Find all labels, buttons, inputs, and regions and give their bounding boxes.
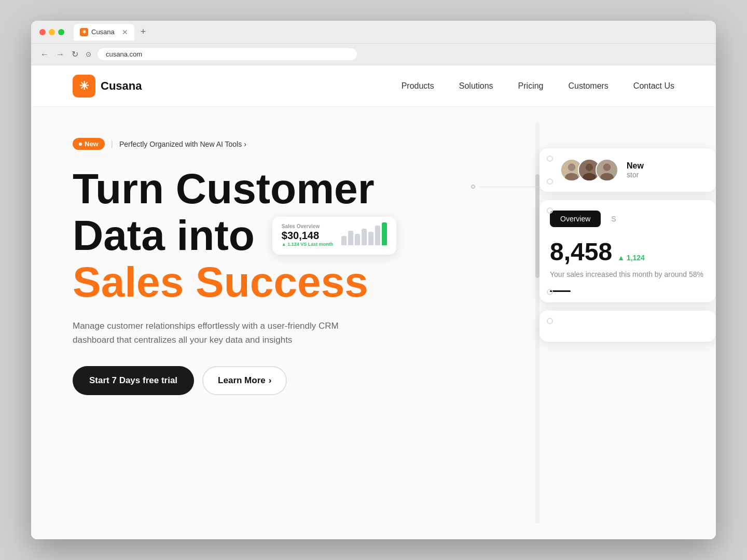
nav-pricing[interactable]: Pricing xyxy=(518,81,544,91)
nav-links: Products Solutions Pricing Customers Con… xyxy=(402,81,674,91)
tab-title: Cusana xyxy=(91,28,115,36)
back-button[interactable]: ← xyxy=(39,49,50,60)
scrollbar-track[interactable] xyxy=(535,122,540,524)
tab-secondary[interactable]: S xyxy=(601,211,626,227)
tab-overview[interactable]: Overview xyxy=(550,211,601,227)
cta-buttons: Start 7 Days free trial Learn More › xyxy=(73,366,674,395)
avatar-card: New stor xyxy=(540,148,716,192)
browser-titlebar: ✳ Cusana ✕ + xyxy=(31,21,716,44)
forward-button[interactable]: → xyxy=(55,49,65,60)
url-field[interactable]: cusana.com xyxy=(98,48,357,60)
security-icon: ⊙ xyxy=(85,49,92,59)
nav-contact[interactable]: Contact Us xyxy=(633,81,674,91)
badge-text[interactable]: Perfectly Organized with New AI Tools › xyxy=(119,140,246,148)
overview-divider xyxy=(550,290,571,292)
reload-button[interactable]: ↻ xyxy=(71,48,79,60)
nav-customers[interactable]: Customers xyxy=(569,81,608,91)
nav-products[interactable]: Products xyxy=(402,81,434,91)
badge-label: New xyxy=(85,140,99,148)
navbar: ✳ Cusana Products Solutions Pricing Cust… xyxy=(31,65,716,107)
fullscreen-button[interactable] xyxy=(58,29,64,35)
sales-value: $30,148 xyxy=(282,230,333,241)
hero-section: New | Perfectly Organized with New AI To… xyxy=(31,107,716,539)
bottom-card xyxy=(540,311,716,342)
overview-description: Your sales increased this month by aroun… xyxy=(550,269,706,280)
traffic-lights xyxy=(39,29,64,35)
avatar-card-subtext: stor xyxy=(627,171,706,179)
learn-more-button[interactable]: Learn More › xyxy=(202,366,287,395)
tab-close-icon[interactable]: ✕ xyxy=(122,28,128,36)
overview-change: ▲ 1,124 xyxy=(617,254,645,262)
browser-tab[interactable]: ✳ Cusana ✕ xyxy=(74,24,134,40)
hero-title-line2: Data into xyxy=(73,213,255,258)
sales-chart xyxy=(341,226,387,245)
overview-card: Overview S 8,458 ▲ 1,124 Your sales incr… xyxy=(540,200,716,302)
scrollbar-thumb[interactable] xyxy=(535,174,540,278)
avatars-group xyxy=(560,159,618,181)
logo[interactable]: ✳ Cusana xyxy=(73,75,142,97)
svg-point-4 xyxy=(586,163,593,171)
sales-overview-card: Sales Overview $30,148 ▲ 1.124 VS Last m… xyxy=(272,217,396,255)
svg-point-7 xyxy=(603,163,611,171)
overview-tabs: Overview S xyxy=(550,211,706,227)
minimize-button[interactable] xyxy=(49,29,55,35)
browser-window: ✳ Cusana ✕ + ← → ↻ ⊙ cusana.com ✳ Cusana… xyxy=(31,21,716,539)
website-content: ✳ Cusana Products Solutions Pricing Cust… xyxy=(31,65,716,539)
new-tab-button[interactable]: + xyxy=(141,26,146,37)
close-button[interactable] xyxy=(39,29,46,35)
hero-title-line1: Turn Customer xyxy=(73,166,375,211)
nav-solutions[interactable]: Solutions xyxy=(459,81,493,91)
avatar-3 xyxy=(596,159,618,181)
badge-dot xyxy=(79,143,82,146)
logo-icon: ✳ xyxy=(73,75,95,97)
right-cards: New stor Overview S 8,458 ▲ 1,124 Your s… xyxy=(540,122,716,342)
sales-change: ▲ 1.124 VS Last month xyxy=(282,242,333,247)
trial-button[interactable]: Start 7 Days free trial xyxy=(73,366,194,395)
avatar-card-text: New xyxy=(627,161,706,171)
logo-text: Cusana xyxy=(101,79,142,93)
sales-label: Sales Overview xyxy=(282,224,333,230)
hero-title-accent: Sales Success xyxy=(73,258,368,305)
overview-number: 8,458 ▲ 1,124 xyxy=(550,237,706,266)
svg-point-1 xyxy=(568,163,576,171)
tab-favicon-icon: ✳ xyxy=(80,28,88,36)
address-bar: ← → ↻ ⊙ cusana.com xyxy=(31,44,716,65)
hero-description: Manage customer relationships effortless… xyxy=(73,319,363,347)
new-badge: New xyxy=(73,138,105,150)
url-text: cusana.com xyxy=(106,50,142,58)
